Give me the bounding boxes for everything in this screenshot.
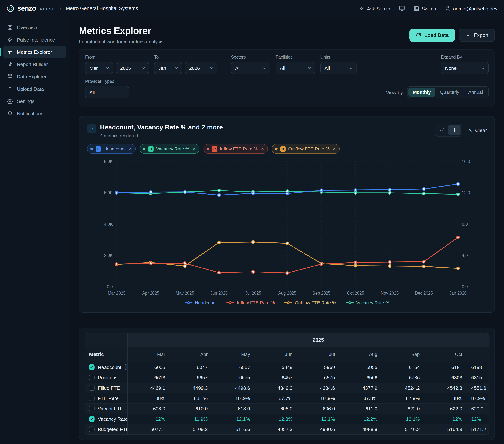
table-cell: 87.8% [340, 393, 382, 403]
sidebar-item-report-builder[interactable]: Report Builder [3, 58, 66, 70]
to-month-select[interactable]: Jan [154, 62, 182, 74]
legend-item-inflow-fte-rate-[interactable]: Inflow FTE Rate % [227, 300, 275, 305]
legend-marker-icon [227, 301, 234, 304]
chip-label: Headcount [104, 146, 126, 152]
remove-chip-icon[interactable]: × [261, 146, 264, 152]
clear-button[interactable]: Clear [468, 127, 487, 133]
table-cell: 4499.3 [170, 383, 212, 393]
remove-chip-icon[interactable]: × [193, 146, 196, 152]
legend-label: Vacancy Rate % [356, 300, 389, 305]
account-menu[interactable]: admin@pulsehq.dev [445, 5, 497, 11]
month-column-header: Apr [170, 347, 212, 362]
table-cell: 11.9% [170, 414, 212, 424]
metric-checkbox[interactable] [89, 395, 95, 401]
sidebar-item-notifications[interactable]: Notifications [3, 107, 66, 120]
table-row-fte-rate[interactable]: FTE Rate88%88.1%87.9%87.7%87.9%87.8%87.9… [85, 393, 489, 403]
sidebar-item-upload-data[interactable]: Upload Data [3, 83, 66, 95]
view-by-label: View by [386, 89, 403, 95]
provider-types-filter: Provider Types All [85, 79, 129, 98]
display-mode-button[interactable] [399, 5, 405, 11]
month-column-header: Jun [254, 347, 297, 362]
units-filter: Units All [320, 55, 357, 74]
table-row-headcount[interactable]: HeadcountL axis6005604760575849596959556… [85, 362, 489, 372]
remove-chip-icon[interactable]: × [333, 146, 336, 152]
chevron-down-icon [481, 66, 486, 70]
table-row-vacant-fte[interactable]: Vacant FTE608.0610.0618.0608.0606.0611.0… [85, 403, 489, 414]
sidebar-item-overview[interactable]: Overview [3, 21, 66, 33]
legend-item-outflow-fte-rate-[interactable]: Outflow FTE Rate % [284, 300, 336, 305]
metric-chip-vacancy-rate-[interactable]: RVacancy Rate %× [140, 144, 199, 154]
month-column-header: Jul [297, 347, 340, 362]
table-row-vacancy-rate[interactable]: Vacancy RateR axis12%11.9%12.1%12.3%12.1… [85, 414, 489, 424]
ask-senzo-button[interactable]: Ask Senzo [359, 6, 390, 11]
chevron-down-icon [121, 90, 126, 95]
table-cell: 6047 [170, 362, 212, 372]
table-cell: 5116.6 [212, 424, 254, 434]
legend-label: Inflow FTE Rate % [237, 300, 275, 305]
filters-panel: From Mar 2025 [79, 49, 495, 106]
switch-label: Switch [422, 6, 436, 11]
metric-checkbox[interactable] [89, 416, 95, 422]
load-data-button[interactable]: Load Data [409, 29, 455, 42]
sidebar-item-settings[interactable]: Settings [3, 95, 66, 107]
export-button[interactable]: Export [459, 29, 495, 42]
table-corner-cell [85, 333, 127, 347]
database-icon [7, 74, 13, 80]
line-chart-icon [440, 127, 445, 133]
table-cell: 12.1% [382, 414, 424, 424]
table-cell: 87.9% [212, 393, 254, 403]
sectors-filter: Sectors All [231, 55, 270, 74]
to-year-select[interactable]: 2026 [185, 62, 217, 74]
sidebar-item-label: Data Explorer [17, 74, 47, 79]
metric-chip-headcount[interactable]: LHeadcount× [87, 144, 136, 154]
sidebar-item-data-explorer[interactable]: Data Explorer [3, 70, 66, 83]
metrics-table-container: 2025 MetricMarAprMayJunJulAugSepOctNov H… [85, 333, 489, 435]
view-by-option-quarterly[interactable]: Quarterly [435, 88, 464, 97]
facilities-select[interactable]: All [276, 62, 315, 74]
sidebar-item-label: Overview [17, 25, 37, 30]
table-row-positions[interactable]: Positions6613665766756457657565666786680… [85, 372, 489, 383]
metric-checkbox[interactable] [89, 364, 95, 370]
year-header: 2025 [127, 333, 489, 347]
legend-marker-icon [346, 301, 354, 304]
metric-chip-inflow-fte-rate-[interactable]: RInflow FTE Rate %× [203, 144, 268, 154]
sidebar-item-metrics-explorer[interactable]: Metrics Explorer [3, 46, 66, 58]
legend-item-vacancy-rate-[interactable]: Vacancy Rate % [346, 300, 389, 305]
remove-chip-icon[interactable]: × [129, 146, 132, 152]
line-chart-toggle-button[interactable] [436, 125, 448, 135]
axis-badge: L axis [125, 364, 127, 370]
table-cell: 620.0 [467, 403, 489, 414]
provider-types-select[interactable]: All [85, 86, 129, 98]
legend-marker-icon [184, 301, 192, 304]
table-cell: 87.9% [382, 393, 424, 403]
metric-checkbox[interactable] [89, 385, 95, 391]
view-by-option-annual[interactable]: Annual [464, 88, 487, 97]
sidebar-item-pulse-intelligence[interactable]: Pulse Intelligence [3, 34, 66, 46]
brand[interactable]: senzo PULSE [6, 4, 55, 12]
legend-label: Headcount [195, 300, 217, 305]
chart-subtitle: 4 metrics rendered [100, 133, 223, 138]
table-row-filled-fte[interactable]: Filled FTE4469.14499.34498.64349.34384.6… [85, 383, 489, 393]
table-cell: 4551.6 [467, 383, 489, 393]
grid-3x3-icon [414, 6, 419, 11]
expand-by-select[interactable]: None [441, 62, 489, 74]
metric-checkbox[interactable] [89, 406, 95, 411]
bar-chart-toggle-button[interactable] [448, 125, 461, 135]
table-cell: 618.0 [212, 403, 254, 414]
sectors-select[interactable]: All [231, 62, 270, 74]
table-row-budgeted-fte[interactable]: Budgeted FTE5077.15109.35116.64957.34990… [85, 424, 489, 434]
metric-label: Vacant FTE [98, 406, 123, 411]
from-month-select[interactable]: Mar [85, 62, 113, 74]
chevron-down-icon [209, 66, 214, 70]
metric-chip-outflow-fte-rate-[interactable]: ROutflow FTE Rate %× [272, 144, 340, 154]
table-cell: 4377.9 [340, 383, 382, 393]
metric-checkbox[interactable] [89, 427, 95, 432]
table-cell: 12% [424, 414, 467, 424]
metric-checkbox[interactable] [89, 375, 95, 380]
sectors-label: Sectors [231, 55, 270, 60]
units-select[interactable]: All [320, 62, 357, 74]
switch-button[interactable]: Switch [414, 6, 436, 11]
from-year-select[interactable]: 2025 [116, 62, 149, 74]
view-by-option-monthly[interactable]: Monthly [408, 88, 435, 97]
legend-item-headcount[interactable]: Headcount [184, 300, 217, 305]
